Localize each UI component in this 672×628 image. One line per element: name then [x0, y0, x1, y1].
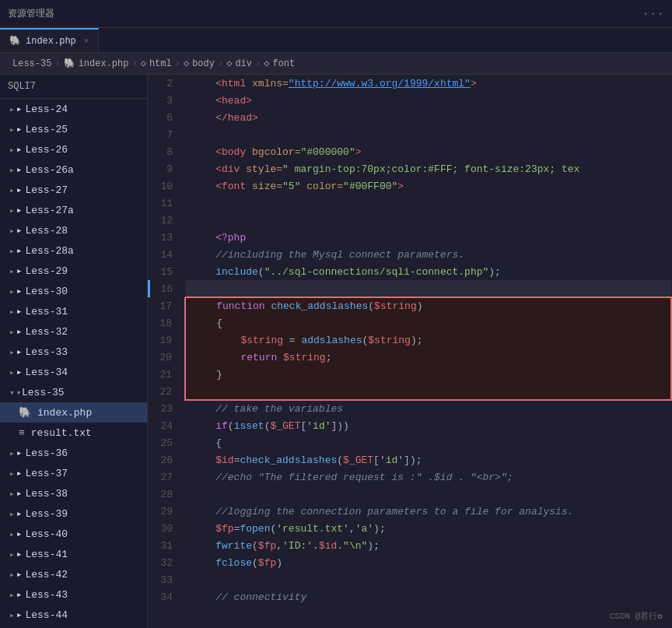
sidebar-item-less43[interactable]: ▸ Less-43 [0, 584, 147, 605]
table-row: 9 <div style=" margin-top:70px;color:#FF… [148, 160, 671, 177]
sidebar-item-less26a[interactable]: ▸ Less-26a [0, 160, 147, 180]
tab-close-button[interactable]: × [84, 37, 89, 46]
folder-icon-less32: ▸ [9, 325, 22, 338]
sidebar-item-less44[interactable]: ▸ Less-44 [0, 605, 147, 625]
line-number: 9 [148, 160, 185, 177]
sidebar-item-less42[interactable]: ▸ Less-42 [0, 564, 147, 584]
line-content: //including the Mysql connect parameters… [185, 246, 671, 263]
folder-icon-less38: ▸ [9, 487, 22, 500]
sidebar-item-less28a[interactable]: ▸ Less-28a [0, 240, 147, 261]
sidebar-item-less36[interactable]: ▸ Less-36 [0, 443, 147, 463]
breadcrumb-item-4[interactable]: div [235, 58, 252, 69]
folder-icon-less40: ▸ [9, 528, 22, 540]
main-layout: SQLI7 ▸ Less-24 ▸ Less-25 ▸ Less-26 ▸ Le… [0, 75, 672, 628]
sidebar-item-less26[interactable]: ▸ Less-26 [0, 139, 147, 160]
table-row: 14 //including the Mysql connect paramet… [148, 246, 671, 263]
sidebar-item-index-php[interactable]: 🐘 index.php [0, 402, 147, 423]
sidebar-item-less24[interactable]: ▸ Less-24 [0, 99, 147, 119]
tab-bar: 🐘 index.php × [0, 28, 672, 53]
folder-icon-less29: ▸ [9, 265, 22, 277]
sidebar-label-less34: Less-34 [25, 367, 68, 378]
sidebar-label-index-php: index.php [37, 407, 92, 419]
sidebar-item-less29[interactable]: ▸ Less-29 [0, 261, 147, 281]
sidebar-item-less37[interactable]: ▸ Less-37 [0, 463, 147, 483]
table-row: 27 //echo "The filtered request is :" .$… [148, 468, 671, 486]
table-row: 18 { [148, 314, 671, 332]
breadcrumb-sep-0: › [54, 58, 60, 69]
line-content: <div style=" margin-top:70px;color:#FFF;… [185, 160, 671, 177]
line-number: 14 [148, 246, 185, 263]
sidebar-item-less45[interactable]: ▸ Less-45 [0, 625, 147, 628]
line-number: 25 [148, 434, 185, 451]
table-row: 15 include("../sql-connections/sqli-conn… [148, 263, 671, 280]
sidebar-item-less31[interactable]: ▸ Less-31 [0, 301, 147, 321]
breadcrumb-item-1[interactable]: index.php [79, 58, 129, 69]
line-content: fwrite($fp,'ID:'.$id."\n"); [185, 537, 671, 554]
line-number: 33 [148, 571, 185, 588]
line-number: 26 [148, 451, 185, 468]
breadcrumb-icon-php: 🐘 [64, 58, 75, 69]
code-editor[interactable]: 2 <html xmlns="http://www.w3.org/1999/xh… [148, 75, 672, 628]
sidebar-item-less35[interactable]: ▾ Less-35 [0, 382, 147, 402]
line-content [185, 212, 671, 229]
folder-icon-less27a: ▸ [9, 204, 22, 216]
line-number: 23 [148, 400, 185, 417]
sidebar-item-less25[interactable]: ▸ Less-25 [0, 119, 147, 139]
folder-icon-less37: ▸ [9, 467, 22, 479]
table-row: 10 <font size="5" color="#00FF00"> [148, 177, 671, 195]
breadcrumb-item-0[interactable]: Less-35 [12, 58, 51, 69]
sidebar-item-result-txt[interactable]: ≡ result.txt [0, 423, 147, 443]
folder-icon-less26: ▸ [9, 143, 22, 156]
sidebar-item-less39[interactable]: ▸ Less-39 [0, 503, 147, 524]
line-number: 22 [148, 383, 185, 400]
table-row: 19 $string = addslashes($string); [148, 332, 671, 349]
line-number: 3 [148, 92, 185, 109]
table-row: 28 [148, 486, 671, 503]
txt-icon-sidebar: ≡ [19, 427, 25, 439]
line-number: 15 [148, 263, 185, 280]
sidebar-item-less30[interactable]: ▸ Less-30 [0, 281, 147, 301]
tab-index-php[interactable]: 🐘 index.php × [0, 28, 99, 52]
breadcrumb-icon-body: ◇ [184, 58, 189, 69]
title-bar-label: 资源管理器 [8, 7, 54, 20]
sidebar-item-less41[interactable]: ▸ Less-41 [0, 544, 147, 564]
sidebar-item-less38[interactable]: ▸ Less-38 [0, 483, 147, 503]
line-content [185, 486, 671, 503]
line-number: 16 [148, 280, 185, 297]
breadcrumb-item-5[interactable]: font [272, 58, 295, 69]
breadcrumb-icon-font: ◇ [264, 58, 269, 69]
table-row: 23 // take the variables [148, 400, 671, 417]
line-content: // take the variables [185, 400, 671, 417]
table-row: 21 } [148, 366, 671, 383]
line-content: $id=check_addslashes($_GET['id']); [185, 451, 671, 468]
line-number: 21 [148, 366, 185, 383]
line-content: <html xmlns="http://www.w3.org/1999/xhtm… [185, 75, 671, 92]
sidebar-item-less33[interactable]: ▸ Less-33 [0, 342, 147, 362]
sidebar-label-less43: Less-43 [25, 589, 68, 601]
sidebar-item-less34[interactable]: ▸ Less-34 [0, 362, 147, 382]
breadcrumb-item-3[interactable]: body [192, 58, 215, 69]
title-bar: 资源管理器 ··· [0, 0, 672, 28]
line-content [185, 195, 671, 212]
sidebar[interactable]: SQLI7 ▸ Less-24 ▸ Less-25 ▸ Less-26 ▸ Le… [0, 75, 148, 628]
sidebar-label-less26: Less-26 [25, 144, 68, 156]
sidebar-item-less27a[interactable]: ▸ Less-27a [0, 200, 147, 220]
line-content: $fp=fopen('result.txt','a'); [185, 520, 671, 537]
breadcrumb: Less-35 › 🐘 index.php › ◇ html › ◇ body … [0, 53, 672, 75]
sidebar-item-less27[interactable]: ▸ Less-27 [0, 180, 147, 200]
breadcrumb-item-2[interactable]: html [149, 58, 172, 69]
code-table: 2 <html xmlns="http://www.w3.org/1999/xh… [148, 75, 672, 605]
table-row: 32 fclose($fp) [148, 554, 671, 571]
sidebar-item-less28[interactable]: ▸ Less-28 [0, 220, 147, 240]
sidebar-label-less40: Less-40 [25, 528, 68, 540]
sidebar-item-less32[interactable]: ▸ Less-32 [0, 321, 147, 342]
sidebar-item-less40[interactable]: ▸ Less-40 [0, 524, 147, 544]
line-number: 29 [148, 503, 185, 520]
line-content [185, 280, 671, 297]
line-number: 28 [148, 486, 185, 503]
title-bar-menu[interactable]: ··· [642, 7, 664, 21]
table-row: 12 [148, 212, 671, 229]
line-number: 31 [148, 537, 185, 554]
table-row: 8 <body bgcolor="#000000"> [148, 143, 671, 160]
line-number: 17 [148, 297, 185, 314]
